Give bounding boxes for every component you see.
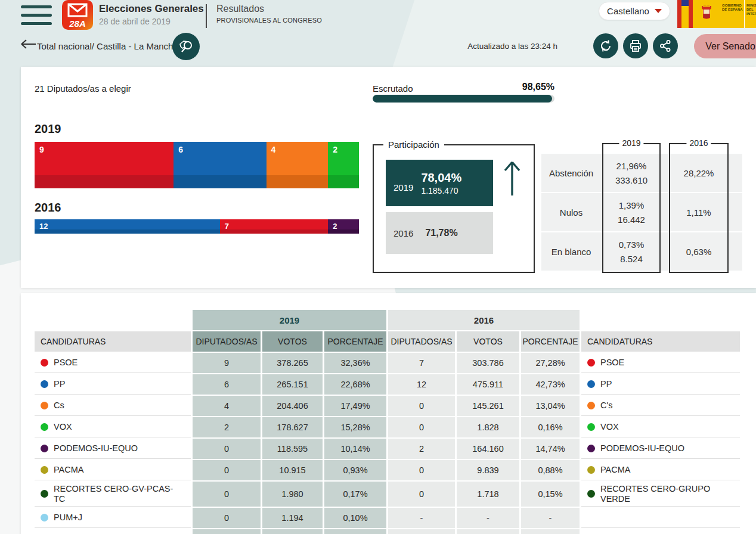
participacion-2019: 2019 78,04% 1.185.470 [386, 160, 493, 206]
updated-timestamp: Actualizado a las 23:24 h [467, 42, 557, 51]
party-color-dot [587, 466, 595, 474]
candidatura-2016-cell: PACMA [581, 460, 740, 480]
stat-label: Nulos [541, 193, 601, 231]
col-votos-2019: VOTOS [262, 331, 323, 352]
porcentaje-2019-cell: 15,28% [324, 417, 386, 437]
menu-icon[interactable] [21, 5, 52, 25]
results-card: 2019 2016 CANDIDATURAS DIPUTADOS/AS VOTO… [21, 293, 756, 534]
stats-table: Abstención 21,96% 333.610 28,22% Nulos 1… [541, 143, 744, 273]
table-row: PSOE9378.26532,36%7303.78627,28%PSOE [35, 353, 742, 373]
back-arrow-icon[interactable] [20, 38, 36, 52]
party-color-dot [587, 423, 595, 431]
seat-count-label: 4 [271, 145, 276, 154]
col-porcentaje-2019: PORCENTAJE [324, 331, 386, 352]
diputados-2016-cell: 0 [388, 417, 455, 437]
diputados-2019-cell: 0 [193, 460, 261, 480]
candidatura-2016-cell: C's [581, 396, 740, 416]
candidatura-2016-cell [581, 508, 740, 528]
votos-2016-cell: - [457, 508, 519, 528]
group-header-2019: 2019 [193, 310, 386, 330]
votos-2016-cell: 145.261 [457, 396, 519, 416]
ver-senado-button[interactable]: Ver Senado [694, 34, 756, 58]
candidatura-2016-cell: PP [581, 374, 740, 395]
table-row-partial [35, 529, 742, 534]
stats-2019-label: 2019 [619, 138, 643, 148]
menu-bar [21, 5, 52, 8]
party-name: C's [600, 401, 613, 411]
party-name: PUM+J [54, 513, 82, 523]
party-color-dot [41, 490, 48, 498]
candidatura-2016-cell: PSOE [581, 353, 740, 373]
party-name: RECORTES CERO-GV-PCAS-TC [54, 484, 182, 504]
print-button[interactable] [623, 33, 648, 58]
party-name: PP [600, 379, 612, 389]
share-button[interactable] [653, 33, 678, 58]
porcentaje-2019-cell: 10,14% [324, 439, 386, 459]
votos-2016-cell: 475.911 [457, 374, 519, 395]
results-table: 2019 2016 CANDIDATURAS DIPUTADOS/AS VOTO… [35, 310, 742, 534]
col-candidaturas-right: CANDIDATURAS [581, 331, 740, 352]
votos-2016-cell: 1.718 [457, 482, 519, 507]
votos-2016-cell: 164.160 [457, 439, 519, 459]
flag-detail [681, 0, 689, 6]
flag-stripe [689, 0, 693, 28]
stat-label: En blanco [541, 232, 601, 271]
table-row: VOX2178.62715,28%01.8280,16%VOX [35, 417, 742, 437]
porcentaje-2019-cell: 17,49% [324, 396, 386, 416]
party-name: PP [54, 379, 65, 389]
seat-segment-podemos-iu-equo: 2 [328, 219, 359, 234]
spacer [35, 310, 191, 330]
candidatura-2019-cell: RECORTES CERO-GV-PCAS-TC [35, 482, 191, 507]
spacer [581, 310, 740, 330]
diputados-2019-cell: 6 [193, 374, 261, 395]
flag-stripe [677, 0, 681, 28]
party-name: Cs [54, 401, 64, 411]
diputados-2019-cell: 2 [193, 417, 261, 437]
candidatura-2019-cell: PP [35, 374, 191, 395]
page: 28A Elecciones Generales 28 de abril de … [0, 0, 756, 534]
seat-bar-2016: 1272 [35, 219, 359, 234]
seat-segment-vox: 2 [328, 142, 359, 188]
porcentaje-2019-cell: 0,10% [324, 508, 386, 528]
escrutado-progressbar [373, 95, 554, 103]
porcentaje-2019-cell: 22,68% [324, 374, 386, 395]
party-color-dot [587, 359, 595, 367]
col-diputados-2016: DIPUTADOS/AS [388, 331, 455, 352]
party-name: PACMA [600, 465, 631, 475]
votos-2019-cell: 1.194 [262, 508, 323, 528]
diputados-2016-cell: 12 [388, 374, 455, 395]
gobierno-label: GOBIERNO DE ESPAÑA [720, 0, 744, 28]
party-name: VOX [54, 422, 72, 432]
stats-2019-frame: 2019 [602, 143, 661, 273]
votos-2016-cell: 303.786 [457, 353, 519, 373]
table-column-headers: CANDIDATURAS DIPUTADOS/AS VOTOS PORCENTA… [35, 331, 742, 352]
diputados-2019-cell [193, 529, 261, 534]
language-selector[interactable]: Castellano [599, 2, 670, 20]
porcentaje-2016-cell: 13,04% [521, 396, 580, 416]
candidatura-2016-cell: PODEMOS-IU-EQUO [581, 439, 740, 459]
porcentaje-2019-cell [324, 529, 386, 534]
seat-count-label: 2 [333, 219, 337, 234]
diputados-2019-cell: 0 [193, 482, 261, 507]
participacion-2019-year: 2019 [394, 182, 413, 193]
subtitle: Resultados PROVISIONALES AL CONGRESO [216, 4, 322, 24]
votos-2019-cell: 178.627 [262, 417, 323, 437]
refresh-button[interactable] [593, 33, 618, 58]
menu-bar [21, 14, 52, 17]
app-title: Elecciones Generales 28 de abril de 2019 [99, 3, 204, 26]
seat-segment-pp: 6 [173, 142, 266, 188]
votos-2019-cell: 378.265 [262, 353, 323, 373]
votos-2016-cell: 1.828 [457, 417, 519, 437]
candidatura-2019-cell: PACMA [35, 460, 191, 480]
diputados-2016-cell: 2 [388, 439, 455, 459]
col-diputados-2019: DIPUTADOS/AS [193, 331, 261, 352]
menu-bar [21, 22, 52, 25]
seats-to-elect-label: 21 Diputados/as a elegir [35, 83, 131, 94]
porcentaje-2019-cell: 32,36% [324, 353, 386, 373]
seat-bar-2019: 9642 [35, 142, 359, 188]
party-name: PODEMOS-IU-EQUO [54, 443, 138, 454]
map-search-icon[interactable] [172, 33, 200, 60]
porcentaje-2016-cell: 0,88% [521, 460, 580, 480]
candidatura-2019-cell: VOX [35, 417, 191, 437]
seat-count-label: 9 [39, 145, 44, 154]
